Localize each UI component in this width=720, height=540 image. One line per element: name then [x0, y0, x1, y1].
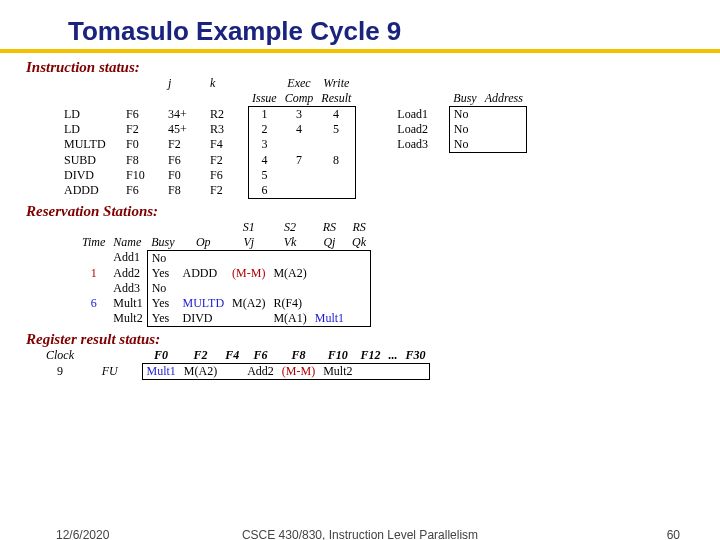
table-row: SUBDF8F6F2 478: [60, 153, 527, 168]
section-instruction-status: Instruction status:: [26, 59, 692, 76]
table-row: 1Add2 YesADDD (M-M)M(A2): [78, 266, 370, 281]
table-row: ADDDF6F8F2 6: [60, 183, 527, 199]
table-row: 9 FU Mult1 M(A2) Add2 (M-M) Mult2: [42, 363, 430, 379]
table-row: Add3 No: [78, 281, 370, 296]
table-row: MULTDF0F2F4 3 Load3No: [60, 137, 527, 153]
section-register-result: Register result status:: [26, 331, 692, 348]
table-row: LDF245+R3 245 Load2No: [60, 122, 527, 137]
slide-title: Tomasulo Example Cycle 9: [68, 16, 692, 47]
section-reservation-stations: Reservation Stations:: [26, 203, 692, 220]
register-result-table: Clock F0 F2 F4 F6 F8 F10 F12 ... F30 9 F…: [42, 348, 430, 380]
table-row: Mult2 YesDIVD M(A1) Mult1: [78, 311, 370, 327]
table-row: DIVDF10F0F6 5: [60, 168, 527, 183]
table-row: 6Mult1 YesMULTD M(A2)R(F4): [78, 296, 370, 311]
table-row: LDF634+R2 134 Load1No: [60, 107, 527, 123]
instruction-status-table: j k Exec Write Issue Comp Result Busy Ad…: [60, 76, 527, 199]
reservation-stations-table: S1 S2 RS RS Time Name Busy Op Vj Vk Qj Q…: [78, 220, 371, 327]
footer-course: CSCE 430/830, Instruction Level Parallel…: [0, 528, 720, 540]
footer-page-number: 60: [667, 528, 680, 540]
title-rule: [0, 49, 720, 53]
table-row: Add1 No: [78, 250, 370, 266]
